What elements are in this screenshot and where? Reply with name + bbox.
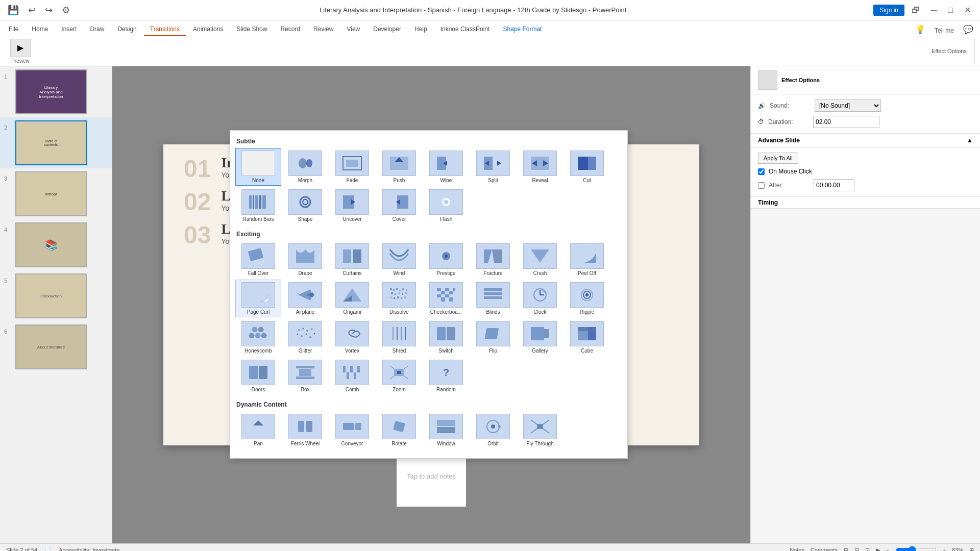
transition-comb[interactable]: Comb: [329, 357, 375, 395]
effect-options-button[interactable]: Effect Options: [932, 48, 967, 54]
slide-thumb-6[interactable]: 6 About literature: [0, 321, 112, 372]
tab-draw[interactable]: Draw: [84, 23, 110, 36]
tab-record[interactable]: Record: [274, 23, 306, 36]
transition-fracture[interactable]: Fracture: [470, 241, 516, 279]
transition-none[interactable]: None: [235, 148, 281, 186]
transition-peel-off[interactable]: Peel Off: [564, 241, 610, 279]
slide-thumb-3[interactable]: 3 Whoa!: [0, 168, 112, 219]
after-checkbox[interactable]: [758, 182, 765, 189]
after-input[interactable]: [814, 179, 854, 191]
restore-icon[interactable]: 🗗: [908, 4, 924, 17]
transition-pan[interactable]: Pan: [235, 411, 281, 449]
transition-origami[interactable]: Origami: [329, 280, 375, 317]
zoom-out-icon[interactable]: −: [886, 547, 889, 551]
transition-page-curl[interactable]: Page Curl: [235, 280, 281, 317]
transition-prestige[interactable]: Prestige: [423, 241, 469, 279]
accessibility-label[interactable]: Accessibility: Investigate: [59, 547, 119, 551]
transition-flip[interactable]: Flip: [470, 318, 516, 356]
effect-options-title[interactable]: Effect Options: [781, 77, 820, 83]
close-icon[interactable]: ✕: [960, 3, 975, 17]
zoom-in-icon[interactable]: +: [943, 547, 946, 551]
transition-switch[interactable]: Switch: [423, 318, 469, 356]
transition-curtains[interactable]: Curtains: [329, 241, 375, 279]
tab-file[interactable]: File: [3, 23, 24, 36]
tab-insert[interactable]: Insert: [55, 23, 83, 36]
transition-random[interactable]: ? Random: [423, 357, 469, 395]
comments-button[interactable]: Comments: [811, 547, 838, 551]
transition-gallery[interactable]: Gallery: [517, 318, 563, 356]
slide-thumb-2[interactable]: 2 Table ofcontents: [0, 117, 112, 168]
transition-cut[interactable]: Cut: [564, 148, 610, 186]
transition-flash[interactable]: Flash: [423, 187, 469, 224]
transition-random-bars[interactable]: Random Bars: [235, 187, 281, 224]
transition-box[interactable]: Box: [282, 357, 328, 395]
save-icon[interactable]: 💾: [5, 4, 21, 17]
transition-drape[interactable]: Drape: [282, 241, 328, 279]
tab-design[interactable]: Design: [111, 23, 142, 36]
transition-clock[interactable]: Clock: [517, 280, 563, 317]
transition-uncover[interactable]: Uncover: [329, 187, 375, 224]
transition-checkerboard[interactable]: Checkerboa...: [423, 280, 469, 317]
transition-zoom[interactable]: Zoom: [376, 357, 422, 395]
transition-ripple[interactable]: Ripple: [564, 280, 610, 317]
transition-airplane[interactable]: Airplane: [282, 280, 328, 317]
tab-inknoe[interactable]: Inknoe ClassPoint: [434, 23, 496, 36]
slide-thumb-4[interactable]: 4 📚: [0, 219, 112, 270]
transition-fall-over[interactable]: Fall Over: [235, 241, 281, 279]
comment-icon[interactable]: 💬: [959, 22, 977, 36]
transition-morph[interactable]: Morph: [282, 148, 328, 186]
slide-show-icon[interactable]: ▶: [876, 547, 880, 552]
transition-fly-through[interactable]: Fly Through: [517, 411, 563, 449]
transition-rotate[interactable]: Rotate: [376, 411, 422, 449]
transition-blinds[interactable]: Blinds: [470, 280, 516, 317]
tab-help[interactable]: Help: [408, 23, 433, 36]
slide-sorter-icon[interactable]: ⊟: [854, 547, 859, 552]
normal-view-icon[interactable]: ⊞: [844, 547, 848, 552]
transition-orbit[interactable]: Orbit: [470, 411, 516, 449]
transition-dissolve[interactable]: Dissolve: [376, 280, 422, 317]
transition-shape[interactable]: Shape: [282, 187, 328, 224]
zoom-slider[interactable]: [896, 546, 937, 551]
timing-collapse-icon[interactable]: ▲: [967, 137, 973, 144]
maximize-icon[interactable]: □: [944, 4, 957, 17]
transition-glitter[interactable]: Glitter: [282, 318, 328, 356]
redo-icon[interactable]: ↪: [42, 4, 55, 17]
slide-thumb-1[interactable]: 1 LiteraryAnalysis andInterpretation: [0, 66, 112, 117]
transition-vortex[interactable]: Vortex: [329, 318, 375, 356]
tab-developer[interactable]: Developer: [367, 23, 407, 36]
tab-review[interactable]: Review: [307, 23, 339, 36]
fit-to-window-icon[interactable]: ⊞: [969, 547, 974, 552]
tab-shape-format[interactable]: Shape Format: [497, 23, 548, 36]
tab-transitions[interactable]: Transitions: [144, 23, 186, 36]
transition-push[interactable]: Push: [376, 148, 422, 186]
reading-view-icon[interactable]: ⊡: [865, 547, 870, 552]
transition-cube[interactable]: Cube: [564, 318, 610, 356]
notes-button[interactable]: Notes: [790, 547, 804, 551]
apply-all-button[interactable]: Apply To All: [758, 153, 798, 164]
transition-wind[interactable]: Wind: [376, 241, 422, 279]
customize-icon[interactable]: ⚙: [59, 4, 72, 17]
tab-animations[interactable]: Animations: [187, 23, 229, 36]
transition-cover[interactable]: Cover: [376, 187, 422, 224]
transition-reveal[interactable]: Reveal: [517, 148, 563, 186]
preview-button[interactable]: ▶: [10, 39, 31, 57]
lightbulb-icon[interactable]: 💡: [911, 22, 929, 36]
on-mouse-click-checkbox[interactable]: [758, 168, 765, 175]
transition-wipe[interactable]: Wipe: [423, 148, 469, 186]
minimize-icon[interactable]: ─: [927, 4, 941, 17]
tab-home[interactable]: Home: [26, 23, 54, 36]
transition-doors[interactable]: Doors: [235, 357, 281, 395]
transition-conveyor[interactable]: Conveyor: [329, 411, 375, 449]
transition-shred[interactable]: Shred: [376, 318, 422, 356]
transition-fade[interactable]: Fade: [329, 148, 375, 186]
transition-honeycomb[interactable]: Honeycomb: [235, 318, 281, 356]
transition-split[interactable]: Split: [470, 148, 516, 186]
slide-thumb-5[interactable]: 5 Introduction: [0, 270, 112, 321]
sign-in-button[interactable]: Sign in: [873, 5, 904, 16]
transition-crush[interactable]: Crush: [517, 241, 563, 279]
sound-select[interactable]: [No Sound]: [815, 99, 881, 112]
tab-view[interactable]: View: [340, 23, 366, 36]
notes-view-icon[interactable]: 📄: [44, 547, 52, 552]
transition-window[interactable]: Window: [423, 411, 469, 449]
undo-icon[interactable]: ↩: [26, 4, 38, 17]
